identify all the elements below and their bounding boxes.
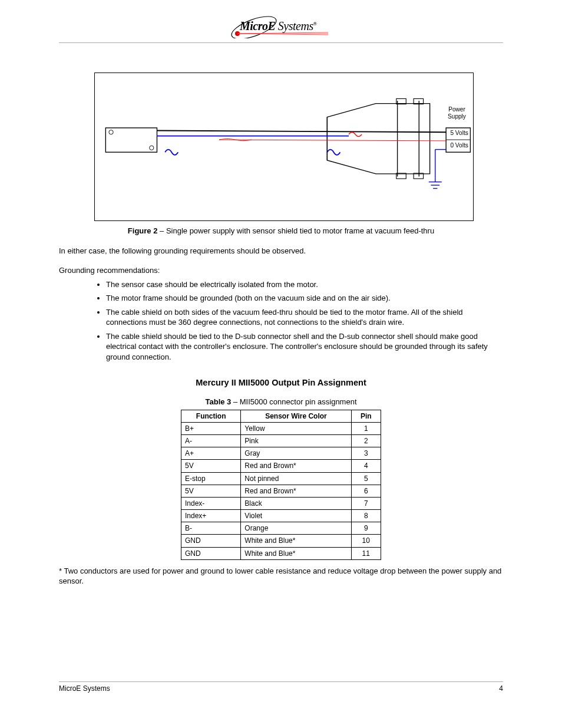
svg-text:0 Volts: 0 Volts [450,142,468,149]
table-header: Function [181,410,241,422]
table-row: GNDWhite and Blue*10 [181,535,381,547]
footer-brand: MicroE Systems [59,684,110,693]
pinout-section-title: Mercury II MII5000 Output Pin Assignment [59,377,503,389]
list-item: The motor frame should be grounded (both… [106,293,503,304]
pinout-table: Function Sensor Wire Color Pin B+Yellow1… [181,410,381,560]
footer-divider [59,681,503,682]
table-row: 5VRed and Brown*6 [181,485,381,497]
svg-text:5 Volts: 5 Volts [450,130,468,136]
table-row: 5VRed and Brown*4 [181,460,381,472]
table-row: GNDWhite and Blue*11 [181,547,381,559]
paragraph-intro: In either case, the following grounding … [59,246,503,256]
brand-text: MicroE Systems® [240,19,316,33]
table-header: Pin [351,410,381,422]
table-row: A‑Pink2 [181,434,381,447]
page-number: 4 [499,684,503,693]
table-footnote: * Two conductors are used for power and … [59,566,503,587]
recommendations-list: The sensor case should be electrically i… [106,279,503,363]
wiring-diagram-icon: Power Supply 5 Volts 0 Volts [95,73,473,220]
brand-logo: MicroE Systems® [228,15,334,38]
svg-text:Power: Power [448,106,465,113]
list-item: The cable shield should be tied to the D… [106,331,503,363]
table-row: E‑stopNot pinned5 [181,472,381,485]
table-header: Sensor Wire Color [241,410,351,422]
svg-text:Supply: Supply [448,113,467,120]
recommendations-label: Grounding recommendations: [59,265,503,276]
header-divider [59,42,503,43]
table-row: Index‑Black7 [181,497,381,509]
svg-point-7 [150,146,154,150]
table-row: A+Gray3 [181,447,381,460]
svg-point-6 [109,130,113,134]
table-row: Index+Violet8 [181,510,381,522]
page-header: MicroE Systems® [59,15,503,43]
table-row: B+Yellow1 [181,422,381,434]
page-footer: MicroE Systems 4 [59,681,503,693]
list-item: The sensor case should be electrically i… [106,279,503,290]
wiring-diagram-figure: Power Supply 5 Volts 0 Volts [94,73,474,221]
table-caption: Table 3 – MII5000 connector pin assignme… [59,397,503,407]
table-row: B‑Orange9 [181,522,381,535]
figure-caption: Figure 2 – Single power supply with sens… [59,226,503,236]
list-item: The cable shield on both sides of the va… [106,307,503,328]
